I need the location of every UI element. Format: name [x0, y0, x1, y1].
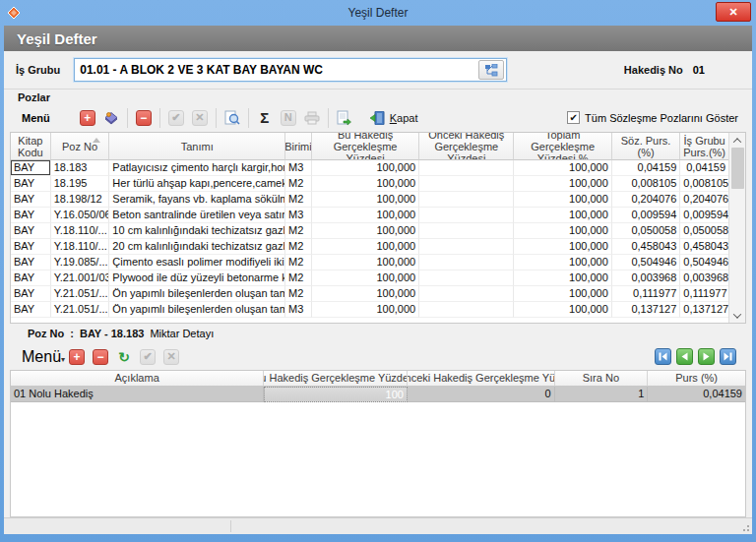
table-cell[interactable]: 100,000	[514, 223, 611, 239]
table-cell[interactable]	[419, 160, 514, 176]
table-cell[interactable]: 0,04159	[680, 160, 728, 176]
table-cell[interactable]: 100,000	[514, 208, 611, 223]
table-cell[interactable]: BAY	[11, 160, 51, 176]
table-cell[interactable]: 100,000	[312, 223, 419, 239]
table-cell[interactable]: Y.18.110/...	[51, 223, 110, 239]
table-cell[interactable]: M2	[285, 255, 312, 271]
is-grubu-input[interactable]	[75, 63, 478, 77]
table-row[interactable]: BAYY.18.110/...20 cm kalınlığındaki tech…	[11, 239, 728, 255]
table-cell[interactable]: 0,009594	[612, 208, 681, 223]
cancel-button[interactable]: ✕	[189, 107, 211, 129]
detail-menu-button[interactable]: Menü▾	[22, 348, 65, 366]
table-row[interactable]: BAYY.21.051/...Ön yapımlı bileşenlerden …	[11, 286, 728, 302]
scroll-down-button[interactable]	[729, 308, 746, 323]
table-cell[interactable]: M2	[285, 223, 312, 239]
add-row-button[interactable]: +	[77, 107, 98, 129]
scroll-up-button[interactable]	[729, 133, 746, 148]
table-cell[interactable]: Beton santralinde üretilen veya satın al…	[109, 208, 285, 223]
column-header[interactable]: Kitap Kodu	[11, 133, 51, 160]
column-header[interactable]: İş Grubu Purs.(%)	[680, 133, 728, 160]
table-cell[interactable]: BAY	[11, 208, 51, 223]
table-cell[interactable]: 0,04159	[648, 387, 745, 402]
column-header[interactable]: Birimi	[285, 133, 312, 160]
table-row[interactable]: BAY18.195Her türlü ahşap kapı,pencere,ca…	[11, 176, 728, 192]
table-cell[interactable]: 100,000	[312, 239, 419, 255]
table-cell[interactable]: 0	[408, 387, 555, 402]
sum-button[interactable]: Σ	[254, 107, 276, 129]
table-cell[interactable]	[419, 223, 514, 239]
table-row[interactable]: BAYY.19.085/...Çimento esaslı polimer mo…	[11, 255, 728, 271]
table-cell[interactable]: 100,000	[312, 160, 419, 176]
table-cell[interactable]: 100,000	[312, 255, 419, 271]
column-header[interactable]: Toplam Gerçekleşme Yüzdesi %	[514, 133, 611, 160]
table-row[interactable]: 01 Nolu Hakediş100010,04159	[11, 387, 745, 402]
table-cell[interactable]: 0,009594	[680, 208, 728, 223]
table-cell[interactable]: Seramik, fayans vb. kaplama sökülmesi	[109, 192, 285, 208]
table-cell[interactable]: Y.21.051/...	[51, 286, 110, 302]
table-cell[interactable]: 100,000	[514, 286, 611, 302]
table-cell[interactable]: M2	[285, 239, 312, 255]
detail-add-button[interactable]: +	[66, 346, 88, 368]
table-cell[interactable]: BAY	[11, 223, 51, 239]
column-header[interactable]: Söz. Purs.(%)	[612, 133, 681, 160]
table-cell[interactable]: BAY	[11, 176, 51, 192]
nav-next-button[interactable]	[698, 348, 715, 365]
table-cell[interactable]: 100,000	[312, 271, 419, 286]
table-cell[interactable]: Y.21.051/...	[51, 302, 110, 318]
table-row[interactable]: BAYY.21.001/03Plywood ile düz yüzeyli be…	[11, 271, 728, 286]
nav-previous-button[interactable]	[676, 348, 693, 365]
table-cell[interactable]: BAY	[11, 192, 51, 208]
table-cell[interactable]: 100,000	[312, 302, 419, 318]
column-header[interactable]: Bu Hakediş Gerçekleşme Yüzde...	[264, 371, 408, 387]
table-cell[interactable]: 0,137127	[612, 302, 681, 318]
table-cell[interactable]: 0,458043	[612, 239, 681, 255]
table-cell[interactable]: 100,000	[514, 255, 611, 271]
column-header[interactable]: Poz No	[51, 133, 110, 160]
table-cell[interactable]	[419, 192, 514, 208]
table-cell[interactable]: 0,111977	[612, 286, 681, 302]
table-cell[interactable]: BAY	[11, 271, 51, 286]
table-cell[interactable]: 100,000	[514, 160, 611, 176]
table-cell[interactable]: M2	[285, 176, 312, 192]
table-cell[interactable]	[419, 302, 514, 318]
table-cell[interactable]: 10 cm kalınlığındaki techizatsız gazbeto…	[109, 223, 285, 239]
show-all-positions-toggle[interactable]: ✔ Tüm Sözleşme Pozlarını Göster	[567, 111, 738, 124]
table-cell[interactable]: 0,050058	[680, 223, 728, 239]
column-header[interactable]: Önceki Hakediş Gerçekleşme Yü...	[408, 371, 555, 387]
table-cell[interactable]: M2	[285, 271, 312, 286]
table-cell[interactable]	[419, 176, 514, 192]
table-cell[interactable]: Çimento esaslı polimer modifiyeli iki bi…	[109, 255, 285, 271]
table-cell[interactable]	[419, 239, 514, 255]
table-cell[interactable]: 100,000	[312, 192, 419, 208]
table-cell[interactable]: 0,008105	[680, 176, 728, 192]
table-cell[interactable]: 0,04159	[612, 160, 681, 176]
table-cell[interactable]: Her türlü ahşap kapı,pencere,camekan ...	[109, 176, 285, 192]
table-cell[interactable]: 18.195	[51, 176, 110, 192]
column-header[interactable]: Açıklama	[11, 371, 264, 387]
table-cell[interactable]	[419, 255, 514, 271]
table-cell[interactable]: 100,000	[514, 302, 611, 318]
table-cell[interactable]: Ön yapımlı bileşenlerden oluşan tam gü..…	[109, 302, 285, 318]
nav-last-button[interactable]	[720, 348, 736, 365]
table-cell[interactable]: BAY	[11, 255, 51, 271]
table-cell[interactable]: Plywood ile düz yüzeyli betonarme kalıbı…	[109, 271, 285, 286]
vertical-scrollbar[interactable]	[728, 133, 745, 323]
table-cell[interactable]: 100,000	[514, 192, 611, 208]
table-cell[interactable]: M3	[285, 302, 312, 318]
print-button[interactable]	[301, 107, 323, 129]
table-cell[interactable]: BAY	[11, 239, 51, 255]
table-row[interactable]: BAY18.183Patlayıcısız çimento harçlı kar…	[11, 160, 728, 176]
detail-cancel-button[interactable]: ✕	[160, 346, 182, 368]
detail-refresh-button[interactable]: ↻	[113, 346, 135, 368]
table-cell[interactable]: 0,504946	[680, 255, 728, 271]
table-cell[interactable]: 0,111977	[680, 286, 728, 302]
table-cell[interactable]: 18.183	[51, 160, 110, 176]
table-cell[interactable]: 18.198/12	[51, 192, 110, 208]
table-cell[interactable]: 100,000	[312, 286, 419, 302]
table-row[interactable]: BAYY.16.050/06Beton santralinde üretilen…	[11, 208, 728, 223]
checkbox-checked-icon[interactable]: ✔	[567, 111, 580, 124]
delete-row-button[interactable]: −	[133, 107, 155, 129]
detail-delete-button[interactable]: −	[90, 346, 111, 368]
table-row[interactable]: BAYY.21.051/...Ön yapımlı bileşenlerden …	[11, 302, 728, 318]
table-cell[interactable]: Y.19.085/...	[51, 255, 110, 271]
